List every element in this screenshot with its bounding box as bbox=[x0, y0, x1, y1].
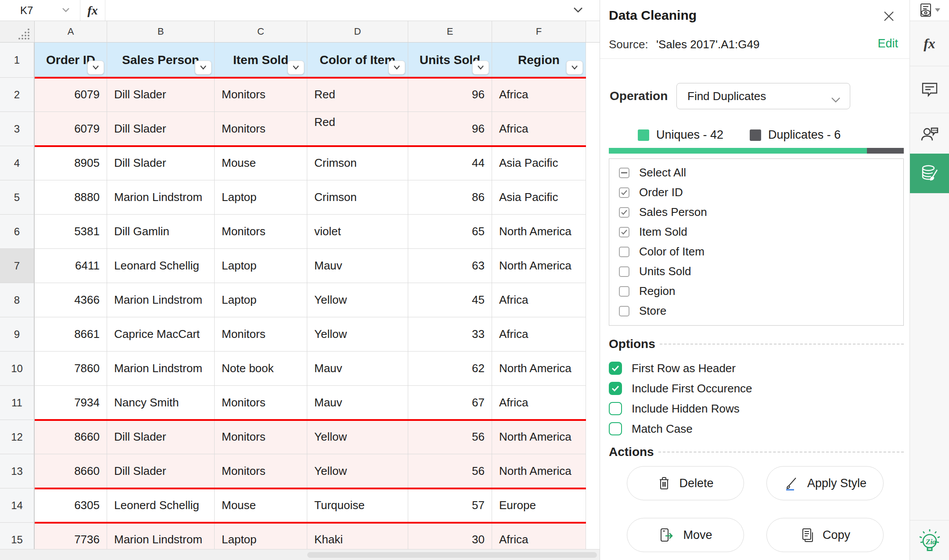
cell[interactable]: Africa bbox=[492, 386, 586, 420]
cell[interactable]: Africa bbox=[492, 112, 586, 146]
checklist-item-select-all[interactable]: Select All bbox=[609, 163, 903, 183]
row-number-7[interactable]: 7 bbox=[0, 249, 35, 283]
row-number-8[interactable]: 8 bbox=[0, 283, 35, 317]
data-preview-button[interactable] bbox=[910, 0, 949, 21]
cell[interactable]: Dill Slader bbox=[107, 146, 215, 180]
cell[interactable]: 45 bbox=[408, 283, 492, 317]
horizontal-scrollbar-thumb[interactable] bbox=[307, 552, 597, 558]
header-cell-order-id[interactable]: Order ID bbox=[35, 43, 107, 78]
green-checkbox-checked[interactable] bbox=[609, 382, 622, 395]
header-cell-color-of-item[interactable]: Color of Item bbox=[307, 43, 408, 78]
cell[interactable]: Marion Lindstrom bbox=[107, 523, 215, 550]
row-number-11[interactable]: 11 bbox=[0, 386, 35, 420]
row-number-2[interactable]: 2 bbox=[0, 78, 35, 112]
cell[interactable]: Monitors bbox=[215, 317, 307, 352]
row-number-13[interactable]: 13 bbox=[0, 454, 35, 488]
cell[interactable]: 33 bbox=[408, 317, 492, 352]
move-button[interactable]: Move bbox=[627, 518, 744, 552]
cell[interactable]: Caprice MacCart bbox=[107, 317, 215, 352]
cell[interactable]: Mauv bbox=[307, 249, 408, 283]
header-cell-region[interactable]: Region bbox=[492, 43, 586, 78]
filter-dropdown-button[interactable] bbox=[87, 61, 104, 75]
cell[interactable]: 7860 bbox=[35, 352, 107, 386]
cell[interactable]: Laptop bbox=[215, 180, 307, 215]
filter-dropdown-button[interactable] bbox=[566, 61, 583, 75]
cell[interactable]: Asia Pacific bbox=[492, 146, 586, 180]
comments-panel-button[interactable] bbox=[910, 66, 949, 113]
header-cell-item-sold[interactable]: Item Sold bbox=[215, 43, 307, 78]
cell[interactable]: 56 bbox=[408, 454, 492, 488]
cell[interactable]: Yellow bbox=[307, 317, 408, 352]
cell[interactable]: Monitors bbox=[215, 454, 307, 488]
option-match-case[interactable]: Match Case bbox=[609, 420, 693, 438]
green-checkbox-checked[interactable] bbox=[609, 362, 622, 375]
checkbox-checked[interactable] bbox=[619, 207, 629, 218]
cell[interactable]: 8661 bbox=[35, 317, 107, 352]
cell[interactable]: 4366 bbox=[35, 283, 107, 317]
cell[interactable]: Europe bbox=[492, 488, 586, 523]
column-header-C[interactable]: C bbox=[215, 21, 307, 43]
green-checkbox-unchecked[interactable] bbox=[609, 422, 622, 435]
cell[interactable]: Monitors bbox=[215, 78, 307, 112]
filter-dropdown-button[interactable] bbox=[472, 61, 489, 75]
row-number-1[interactable]: 1 bbox=[0, 43, 35, 78]
checkbox-unchecked[interactable] bbox=[619, 306, 629, 316]
row-number-12[interactable]: 12 bbox=[0, 420, 35, 454]
row-number-5[interactable]: 5 bbox=[0, 180, 35, 215]
cell-reference-box[interactable]: K7 bbox=[0, 0, 80, 21]
cell[interactable]: 44 bbox=[408, 146, 492, 180]
cell[interactable]: North America bbox=[492, 352, 586, 386]
cell[interactable]: Monitors bbox=[215, 112, 307, 146]
checklist-item-item-sold[interactable]: Item Sold bbox=[609, 222, 903, 242]
cell[interactable]: Dill Slader bbox=[107, 454, 215, 488]
checklist-item-units-sold[interactable]: Units Sold bbox=[609, 262, 903, 281]
row-number-15[interactable]: 15 bbox=[0, 523, 35, 550]
cell[interactable]: North America bbox=[492, 454, 586, 488]
filter-dropdown-button[interactable] bbox=[288, 61, 304, 75]
cell[interactable]: Yellow bbox=[307, 283, 408, 317]
option-include-first-occurence[interactable]: Include First Occurence bbox=[609, 379, 752, 398]
row-number-4[interactable]: 4 bbox=[0, 146, 35, 180]
cell[interactable]: 6079 bbox=[35, 112, 107, 146]
cell[interactable]: Monitors bbox=[215, 386, 307, 420]
cell[interactable]: 56 bbox=[408, 420, 492, 454]
cell[interactable]: Yellow bbox=[307, 420, 408, 454]
filter-dropdown-button[interactable] bbox=[195, 61, 212, 75]
row-number-10[interactable]: 10 bbox=[0, 352, 35, 386]
cell[interactable]: Turquoise bbox=[307, 488, 408, 523]
cell[interactable]: Africa bbox=[492, 317, 586, 352]
cell[interactable]: 8660 bbox=[35, 420, 107, 454]
formula-bar-expand-icon[interactable] bbox=[572, 6, 584, 16]
cell[interactable]: Marion Lindstrom bbox=[107, 180, 215, 215]
cell[interactable]: 5381 bbox=[35, 215, 107, 249]
checklist-item-store[interactable]: Store bbox=[609, 301, 903, 321]
cell[interactable]: Leonerd Schellig bbox=[107, 488, 215, 523]
option-include-hidden-rows[interactable]: Include Hidden Rows bbox=[609, 399, 740, 418]
formula-input[interactable] bbox=[105, 0, 600, 21]
cell[interactable]: Marion Lindstrom bbox=[107, 283, 215, 317]
header-cell-units-sold[interactable]: Units Sold bbox=[408, 43, 492, 78]
cell[interactable]: Monitors bbox=[215, 215, 307, 249]
column-header-A[interactable]: A bbox=[35, 21, 107, 43]
horizontal-scrollbar[interactable] bbox=[0, 549, 600, 560]
cell[interactable]: Crimson bbox=[307, 146, 408, 180]
cell[interactable]: Note book bbox=[215, 352, 307, 386]
cell[interactable]: 63 bbox=[408, 249, 492, 283]
cell[interactable]: 8880 bbox=[35, 180, 107, 215]
header-cell-sales-person[interactable]: Sales Person bbox=[107, 43, 215, 78]
chevron-down-icon[interactable] bbox=[61, 7, 70, 15]
operation-select[interactable]: Find Duplicates bbox=[676, 83, 850, 109]
cell[interactable]: Dill Slader bbox=[107, 112, 215, 146]
cell[interactable]: Yellow bbox=[307, 454, 408, 488]
green-checkbox-unchecked[interactable] bbox=[609, 402, 622, 415]
cell[interactable]: Mauv bbox=[307, 352, 408, 386]
cell[interactable]: Red bbox=[307, 112, 408, 146]
checkbox-checked[interactable] bbox=[619, 187, 629, 198]
cell[interactable]: Monitors bbox=[215, 420, 307, 454]
checklist-item-sales-person[interactable]: Sales Person bbox=[609, 202, 903, 222]
cell[interactable]: Crimson bbox=[307, 180, 408, 215]
checkbox-unchecked[interactable] bbox=[619, 266, 629, 277]
column-header-D[interactable]: D bbox=[307, 21, 408, 43]
apply-style-button[interactable]: Apply Style bbox=[766, 466, 884, 500]
checkbox-checked[interactable] bbox=[619, 227, 629, 237]
